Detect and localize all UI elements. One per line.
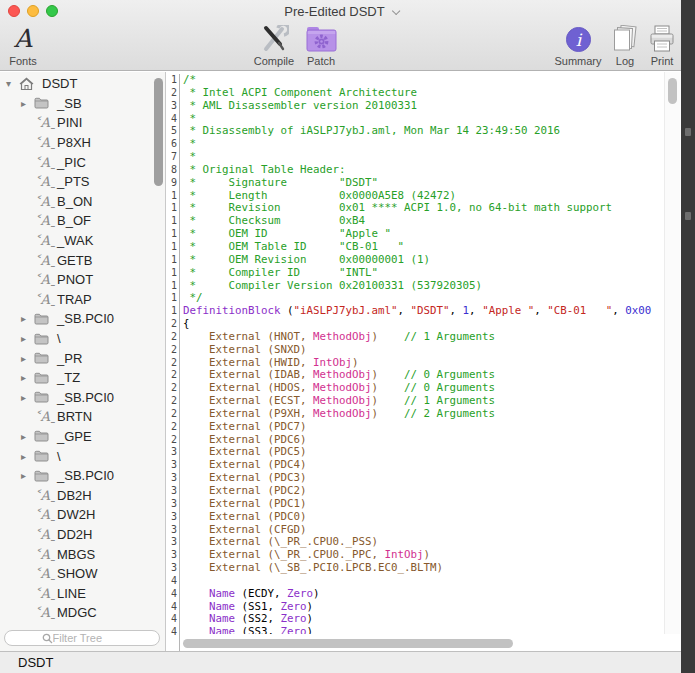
- tree-item-pr[interactable]: ▸_PR: [0, 348, 165, 368]
- tree-item-[interactable]: ▸\: [0, 446, 165, 466]
- code-segment: * Disassembly of iASLPJ7ybJ.aml, Mon Mar…: [183, 124, 560, 137]
- tree-item-label: PINI: [57, 115, 82, 130]
- method-icon-wrap: ˂Aˍ: [34, 488, 55, 503]
- code-line[interactable]: * AML Disassembler version 20100331: [183, 100, 662, 113]
- disclosure-collapsed-icon[interactable]: ▸: [21, 451, 34, 462]
- code-segment: MethodObj: [313, 394, 372, 407]
- toolbar-label-compile: Compile: [246, 55, 302, 67]
- disclosure-collapsed-icon[interactable]: ▸: [21, 392, 34, 403]
- tree-item-brtn[interactable]: ˂AˍBRTN: [0, 407, 165, 427]
- code-segment: External (PDC6): [183, 433, 307, 446]
- filter-tree-input[interactable]: [53, 632, 123, 644]
- code-editor[interactable]: /* * Intel ACPI Component Architecture *…: [183, 74, 662, 634]
- tree-item-tz[interactable]: ▸_TZ: [0, 368, 165, 388]
- tree-item-sbpci0[interactable]: ▸_SB.PCI0: [0, 466, 165, 486]
- tree-item-getb[interactable]: ˂AˍGETB: [0, 250, 165, 270]
- tree-item-label: DB2H: [57, 488, 92, 503]
- code-segment: (ECDY,: [242, 587, 288, 600]
- code-segment: * Length 0x0000A5E8 (42472): [183, 189, 456, 202]
- tree-item-label: P8XH: [57, 135, 91, 150]
- code-segment: ): [307, 612, 314, 625]
- method-icon: ˂Aˍ: [34, 233, 56, 248]
- tree-item-label: MBGS: [57, 547, 95, 562]
- toolbar-item-print[interactable]: Print: [644, 24, 680, 67]
- code-segment: [183, 625, 209, 634]
- tree-item-bof[interactable]: ˂AˍB_OF: [0, 211, 165, 231]
- toolbar-item-fonts[interactable]: A Fonts: [2, 24, 44, 67]
- disclosure-collapsed-icon[interactable]: ▸: [21, 431, 34, 442]
- toolbar-item-summary[interactable]: i Summary: [550, 24, 606, 67]
- tree-item-label: LINE: [57, 586, 86, 601]
- disclosure-collapsed-icon[interactable]: ▸: [21, 333, 34, 344]
- sidebar-scrollbar-thumb[interactable]: [154, 78, 163, 186]
- code-line[interactable]: External (\_SB_.PCI0.LPCB.EC0_.BLTM): [183, 562, 662, 575]
- disclosure-collapsed-icon[interactable]: ▸: [21, 470, 34, 481]
- window-title[interactable]: Pre-Edited DSDT: [0, 4, 681, 19]
- filter-field[interactable]: [4, 630, 160, 646]
- method-icon: ˂Aˍ: [34, 272, 56, 287]
- tree-item-dd2h[interactable]: ˂AˍDD2H: [0, 525, 165, 545]
- tree-item-p8xh[interactable]: ˂AˍP8XH: [0, 133, 165, 153]
- tree-item-sbpci0[interactable]: ▸_SB.PCI0: [0, 309, 165, 329]
- code-line[interactable]: DefinitionBlock ("iASLPJ7ybJ.aml", "DSDT…: [183, 305, 662, 318]
- code-line[interactable]: * Disassembly of iASLPJ7ybJ.aml, Mon Mar…: [183, 125, 662, 138]
- status-bar: DSDT: [0, 651, 681, 673]
- tree-item-show[interactable]: ˂AˍSHOW: [0, 564, 165, 584]
- tree-item-dw2h[interactable]: ˂AˍDW2H: [0, 505, 165, 525]
- tree-item-mbgs[interactable]: ˂AˍMBGS: [0, 544, 165, 564]
- editor-vertical-scrollbar-thumb[interactable]: [668, 78, 677, 104]
- tree-item-label: _GPE: [57, 429, 92, 444]
- app-window: Pre-Edited DSDT A Fonts Compile: [0, 0, 681, 673]
- disclosure-collapsed-icon[interactable]: ▸: [21, 98, 34, 109]
- code-line[interactable]: Name (SS3, Zero): [183, 626, 662, 634]
- tree-item-pic[interactable]: ˂Aˍ_PIC: [0, 152, 165, 172]
- toolbar-item-compile[interactable]: Compile: [246, 24, 302, 67]
- code-segment: * OEM ID "Apple ": [183, 227, 391, 240]
- disclosure-collapsed-icon[interactable]: ▸: [21, 372, 34, 383]
- tree-item-label: SHOW: [57, 566, 97, 581]
- tree-item-pnot[interactable]: ˂AˍPNOT: [0, 270, 165, 290]
- code-segment: * Intel ACPI Component Architecture: [183, 86, 417, 99]
- tree-item-label: _SB.PCI0: [57, 390, 114, 405]
- tree-item-label: _PIC: [57, 155, 86, 170]
- disclosure-collapsed-icon[interactable]: ▸: [21, 353, 34, 364]
- tree-item-sbpci0[interactable]: ▸_SB.PCI0: [0, 388, 165, 408]
- tree-item-mdgc[interactable]: ˂AˍMDGC: [0, 603, 165, 623]
- method-icon-wrap: ˂Aˍ: [34, 547, 55, 562]
- background-mark: [685, 212, 691, 220]
- tree-item-[interactable]: ▸\: [0, 329, 165, 349]
- line-number: 3: [166, 498, 179, 511]
- tree-item-sb[interactable]: ▸_SB: [0, 94, 165, 114]
- code-line[interactable]: * Compiler Version 0x20100331 (537920305…: [183, 280, 662, 293]
- tree-item-pini[interactable]: ˂AˍPINI: [0, 113, 165, 133]
- code-segment: External (\_PR_.CPU0._PPC,: [183, 548, 385, 561]
- summary-icon: i: [550, 24, 606, 54]
- method-icon: ˂Aˍ: [34, 155, 56, 170]
- code-editor-pane: 1234567891111111111222222222233333333334…: [166, 72, 681, 651]
- folder-icon: [34, 97, 49, 109]
- tree-item-line[interactable]: ˂AˍLINE: [0, 583, 165, 603]
- disclosure-expanded-icon[interactable]: ▾: [6, 78, 19, 89]
- code-segment: *: [183, 137, 196, 150]
- tree-item-trap[interactable]: ˂AˍTRAP: [0, 290, 165, 310]
- disclosure-collapsed-icon[interactable]: ▸: [21, 313, 34, 324]
- editor-vertical-scrollbar[interactable]: [664, 72, 680, 634]
- tree-item-dsdt[interactable]: ▾DSDT: [0, 74, 165, 94]
- code-segment: External (CFGD): [183, 523, 307, 536]
- code-segment: ,: [534, 304, 547, 317]
- editor-horizontal-scrollbar[interactable]: [183, 639, 663, 649]
- toolbar-item-log[interactable]: Log: [608, 24, 642, 67]
- tree-item-bon[interactable]: ˂AˍB_ON: [0, 192, 165, 212]
- tree-item-gpe[interactable]: ▸_GPE: [0, 427, 165, 447]
- code-segment: * OEM Table ID "CB-01 ": [183, 240, 404, 253]
- toolbar-item-patch[interactable]: Patch: [302, 24, 340, 67]
- tree-item-db2h[interactable]: ˂AˍDB2H: [0, 485, 165, 505]
- method-icon: ˂Aˍ: [34, 135, 56, 150]
- code-line[interactable]: *: [183, 138, 662, 151]
- tree-item-wak[interactable]: ˂Aˍ_WAK: [0, 231, 165, 251]
- print-icon: [644, 24, 680, 54]
- tree-item-pts[interactable]: ˂Aˍ_PTS: [0, 172, 165, 192]
- tree-item-label: PNOT: [57, 272, 93, 287]
- editor-horizontal-scrollbar-thumb[interactable]: [183, 639, 513, 648]
- folder-icon: [34, 372, 49, 384]
